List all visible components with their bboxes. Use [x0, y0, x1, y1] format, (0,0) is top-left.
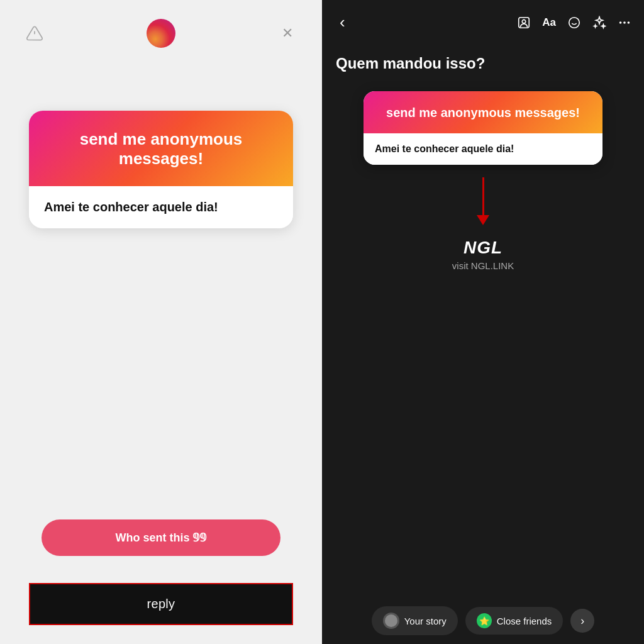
card-title-left: send me anonymous messages!	[44, 130, 278, 169]
close-friends-button[interactable]: ⭐ Close friends	[465, 607, 564, 635]
card-message-right: Amei te conhecer aquele dia!	[375, 143, 591, 155]
red-arrow	[477, 177, 489, 225]
svg-point-3	[523, 19, 526, 23]
your-story-label: Your story	[404, 616, 447, 626]
card-gradient-header-left: send me anonymous messages!	[29, 111, 293, 186]
svg-point-7	[619, 21, 622, 24]
effects-icon[interactable]	[592, 16, 606, 30]
person-icon[interactable]	[517, 16, 531, 30]
card-body-right: Amei te conhecer aquele dia!	[364, 133, 602, 165]
card-title-right: send me anonymous messages!	[376, 105, 590, 121]
ngl-logo: NGL	[452, 238, 514, 258]
right-content: send me anonymous messages! Amei te conh…	[322, 79, 644, 597]
next-button[interactable]: ›	[570, 609, 594, 633]
card-body-left: Amei te conhecer aquele dia!	[29, 186, 293, 228]
svg-point-4	[569, 17, 580, 28]
close-icon[interactable]: ✕	[278, 24, 297, 43]
text-style-icon[interactable]: Aa	[542, 16, 556, 29]
right-page-title: Quem mandou isso?	[322, 45, 644, 79]
story-icon	[383, 613, 399, 629]
arrow-down-section	[477, 177, 489, 225]
story-icon-inner	[385, 614, 397, 627]
left-header: ✕	[13, 13, 309, 54]
reply-button-wrapper: reply	[29, 583, 293, 625]
message-card-right: send me anonymous messages! Amei te conh…	[364, 91, 602, 165]
header-icons: Aa	[517, 16, 631, 30]
close-friends-label: Close friends	[497, 616, 552, 626]
card-gradient-header-right: send me anonymous messages!	[364, 91, 602, 133]
svg-point-8	[623, 21, 626, 24]
who-sent-button[interactable]: Who sent this 𝟡𝟡	[42, 519, 280, 556]
ngl-section: NGL visit NGL.LINK	[452, 238, 514, 271]
more-options-icon[interactable]	[618, 16, 631, 30]
arrow-head	[477, 215, 489, 225]
svg-point-9	[628, 21, 630, 24]
right-panel: ‹ Aa	[322, 0, 644, 644]
close-friends-icon: ⭐	[477, 613, 492, 628]
warning-icon	[25, 24, 44, 43]
left-panel: ✕ send me anonymous messages! Amei te co…	[0, 0, 322, 644]
app-logo	[147, 19, 175, 48]
your-story-button[interactable]: Your story	[372, 606, 458, 635]
reply-button[interactable]: reply	[30, 584, 292, 624]
right-footer: Your story ⭐ Close friends ›	[322, 597, 644, 644]
arrow-line	[482, 177, 484, 215]
message-card-left: send me anonymous messages! Amei te conh…	[29, 111, 293, 228]
right-header: ‹ Aa	[322, 0, 644, 45]
card-message-left: Amei te conhecer aquele dia!	[44, 200, 278, 214]
ngl-link: visit NGL.LINK	[452, 260, 514, 271]
sticker-icon[interactable]	[567, 16, 581, 30]
back-button[interactable]: ‹	[335, 10, 350, 35]
